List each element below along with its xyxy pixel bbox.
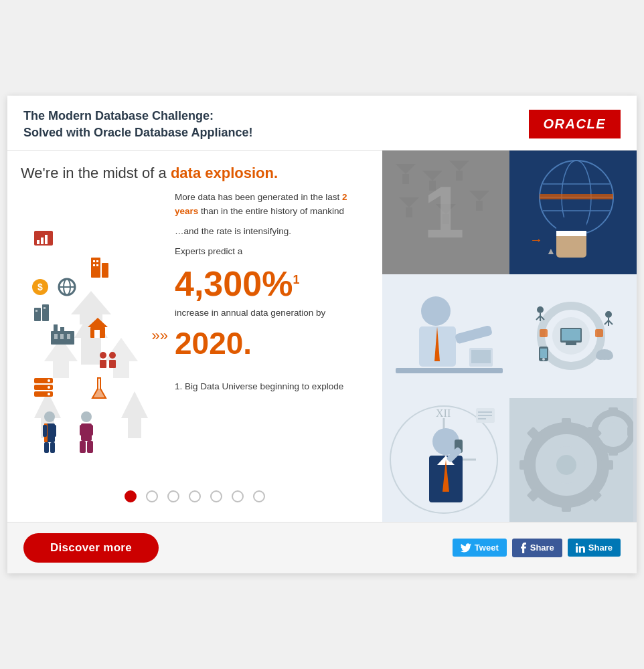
svg-rect-34 [67, 334, 70, 339]
svg-point-105 [604, 352, 613, 360]
svg-text:$: $ [37, 282, 43, 292]
svg-rect-131 [601, 460, 613, 470]
dot-1[interactable] [125, 490, 137, 502]
svg-rect-73 [540, 194, 613, 199]
social-buttons: Tweet Share Share [453, 539, 621, 557]
svg-rect-17 [80, 441, 86, 453]
svg-point-97 [537, 306, 544, 313]
big-year: 2020. [175, 326, 369, 361]
grid-cell-3 [382, 274, 509, 398]
svg-point-13 [81, 411, 92, 422]
svg-point-137 [604, 422, 623, 441]
svg-point-6 [44, 411, 55, 422]
panel-5-svg: XII [382, 398, 506, 522]
pagination-dots [21, 481, 369, 509]
linkedin-share-button[interactable]: Share [568, 539, 621, 557]
tree-illustration: $ [21, 191, 161, 478]
panel-4-svg [509, 274, 633, 398]
twitter-share-button[interactable]: Tweet [453, 539, 507, 557]
slide-arrow: »» [152, 327, 168, 345]
svg-rect-9 [43, 425, 47, 437]
big-percent: 4,300%1 [175, 265, 369, 303]
svg-rect-138 [609, 407, 618, 415]
svg-rect-102 [540, 329, 548, 337]
svg-rect-30 [54, 324, 58, 332]
svg-rect-107 [540, 349, 547, 358]
twitter-icon [461, 543, 471, 553]
svg-point-51 [48, 386, 50, 389]
dot-3[interactable] [167, 490, 179, 502]
svg-rect-18 [87, 441, 93, 453]
svg-rect-128 [562, 418, 571, 430]
svg-point-50 [48, 379, 50, 382]
svg-rect-129 [562, 500, 571, 512]
svg-point-104 [596, 352, 605, 360]
svg-text:1: 1 [423, 171, 464, 253]
illustration-area: $ [21, 191, 161, 481]
discover-more-button[interactable]: Discover more [23, 533, 159, 563]
svg-point-52 [48, 393, 50, 395]
linkedin-icon [576, 543, 585, 553]
svg-point-108 [542, 358, 545, 361]
svg-rect-86 [471, 350, 491, 363]
grid-cell-4 [509, 274, 637, 398]
svg-point-45 [109, 352, 116, 359]
dot-2[interactable] [146, 490, 158, 502]
facebook-share-button[interactable]: Share [512, 539, 562, 557]
panel-3-svg [382, 274, 506, 398]
svg-rect-27 [93, 264, 95, 266]
svg-marker-5 [104, 338, 138, 378]
grid-cell-1: 1 [382, 151, 509, 274]
header-title: The Modern Database Challenge: Solved wi… [23, 108, 252, 140]
svg-rect-33 [60, 334, 64, 339]
svg-text:→: → [530, 232, 543, 247]
svg-rect-58 [44, 307, 46, 309]
right-panel: 1 [382, 151, 637, 522]
svg-text:XII: XII [436, 407, 451, 419]
svg-marker-3 [121, 391, 148, 438]
grid-cell-5: XII [382, 398, 509, 522]
svg-point-93 [605, 311, 612, 318]
panel-2-svg: → ▲ [509, 151, 633, 274]
grid-cell-6 [509, 398, 637, 522]
svg-rect-16 [89, 425, 93, 436]
svg-text:▲: ▲ [546, 246, 556, 256]
dot-5[interactable] [210, 490, 222, 502]
svg-rect-101 [595, 329, 603, 337]
svg-rect-139 [609, 448, 618, 456]
main-card: The Modern Database Challenge: Solved wi… [7, 96, 637, 573]
svg-rect-57 [35, 310, 37, 312]
paragraph-2: …and the rate is intensifying. [175, 225, 369, 238]
dot-6[interactable] [232, 490, 244, 502]
svg-rect-11 [44, 442, 49, 453]
svg-point-80 [421, 296, 451, 326]
panel-6-svg [509, 398, 633, 522]
svg-rect-141 [627, 427, 633, 436]
svg-point-43 [100, 352, 106, 359]
svg-rect-31 [60, 327, 64, 332]
oracle-logo: ORACLE [529, 110, 621, 138]
content-columns: $ [21, 191, 369, 481]
headline-highlight: data explosion. [171, 165, 278, 181]
svg-rect-44 [100, 360, 106, 368]
dot-7[interactable] [253, 490, 265, 502]
svg-rect-10 [52, 425, 56, 437]
svg-rect-56 [42, 304, 49, 321]
svg-rect-22 [45, 235, 48, 244]
svg-rect-20 [37, 240, 39, 244]
svg-rect-46 [109, 360, 116, 368]
svg-rect-23 [91, 258, 100, 278]
svg-rect-12 [50, 442, 55, 453]
svg-rect-140 [588, 427, 596, 436]
svg-marker-1 [71, 291, 111, 324]
svg-rect-92 [566, 343, 576, 345]
svg-rect-24 [102, 263, 108, 278]
svg-rect-25 [93, 260, 95, 262]
bottom-bar: Discover more Tweet Share [7, 522, 637, 573]
headline: We're in the midst of a data explosion. [21, 164, 369, 183]
svg-rect-32 [54, 334, 58, 339]
dot-4[interactable] [189, 490, 201, 502]
svg-rect-21 [41, 237, 44, 244]
svg-rect-84 [396, 368, 503, 373]
svg-rect-37 [94, 330, 100, 338]
